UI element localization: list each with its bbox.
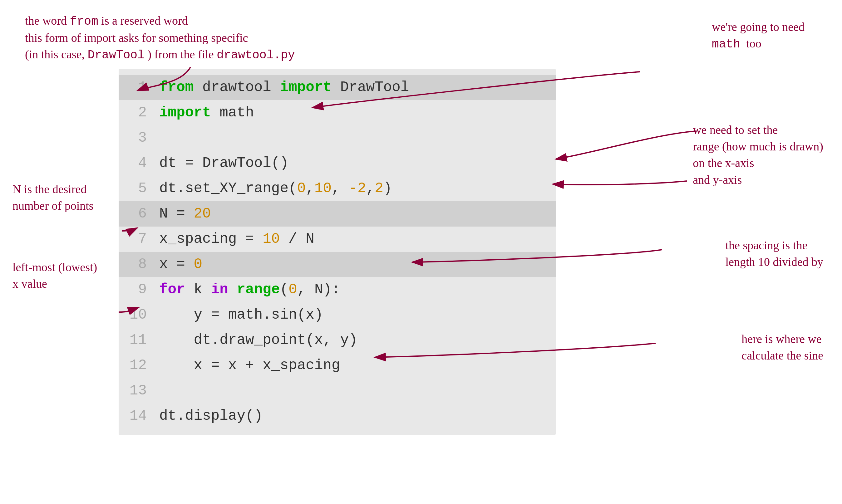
code-content-3 <box>159 127 168 149</box>
line-number-4: 4 <box>128 152 147 174</box>
line-number-9: 9 <box>128 279 147 301</box>
code-line-9: 9 for k in range(0, N): <box>119 277 556 302</box>
line-number-14: 14 <box>128 406 147 427</box>
code-line-4: 4 dt = DrawTool() <box>119 151 556 176</box>
annotation-right-spacing: the spacing is the length 10 divided by <box>725 237 823 270</box>
code-line-14: 14 dt.display() <box>119 403 556 429</box>
code-line-7: 7 x_spacing = 10 / N <box>119 227 556 252</box>
code-line-6: 6 N = 20 <box>119 201 556 227</box>
annotation-left-x: left-most (lowest) x value <box>13 259 97 292</box>
code-content-12: x = x + x_spacing <box>159 355 340 376</box>
code-content-13 <box>159 380 168 402</box>
code-content-1: from drawtool import DrawTool <box>159 77 409 98</box>
code-content-10: y = math.sin(x) <box>159 304 323 326</box>
annotation-left-n: N is the desired number of points <box>13 181 94 214</box>
code-content-11: dt.draw_point(x, y) <box>159 329 357 351</box>
annotation-right-set-range: we need to set the range (how much is dr… <box>693 122 823 188</box>
code-line-12: 12 x = x + x_spacing <box>119 353 556 378</box>
line-number-11: 11 <box>128 329 147 351</box>
line-number-6: 6 <box>128 203 147 225</box>
annotation-top-left: the word from is a reserved word this fo… <box>25 13 295 64</box>
annotation-top-right: we're going to need math too <box>712 19 805 52</box>
code-line-11: 11 dt.draw_point(x, y) <box>119 328 556 353</box>
code-line-13: 13 <box>119 378 556 403</box>
line-number-13: 13 <box>128 380 147 402</box>
line-number-1: 1 <box>128 77 147 98</box>
line-number-5: 5 <box>128 178 147 199</box>
line-number-10: 10 <box>128 304 147 326</box>
code-line-10: 10 y = math.sin(x) <box>119 302 556 328</box>
line-number-3: 3 <box>128 127 147 149</box>
code-line-2: 2 import math <box>119 100 556 125</box>
code-line-3: 3 <box>119 125 556 151</box>
code-content-4: dt = DrawTool() <box>159 152 288 174</box>
code-line-8: 8 x = 0 <box>119 252 556 277</box>
code-line-1: 1 from drawtool import DrawTool <box>119 75 556 100</box>
code-line-5: 5 dt.set_XY_range(0,10, -2,2) <box>119 176 556 201</box>
code-content-2: import math <box>159 102 254 124</box>
annotation-right-sine: here is where we calculate the sine <box>741 331 823 364</box>
code-content-14: dt.display() <box>159 406 263 427</box>
code-content-5: dt.set_XY_range(0,10, -2,2) <box>159 178 392 199</box>
code-content-9: for k in range(0, N): <box>159 279 340 301</box>
code-content-7: x_spacing = 10 / N <box>159 229 315 250</box>
line-number-12: 12 <box>128 355 147 376</box>
code-block: 1 from drawtool import DrawTool 2 import… <box>119 69 556 435</box>
line-number-8: 8 <box>128 254 147 275</box>
code-content-8: x = 0 <box>159 254 202 275</box>
line-number-2: 2 <box>128 102 147 124</box>
code-content-6: N = 20 <box>159 203 211 225</box>
line-number-7: 7 <box>128 229 147 250</box>
